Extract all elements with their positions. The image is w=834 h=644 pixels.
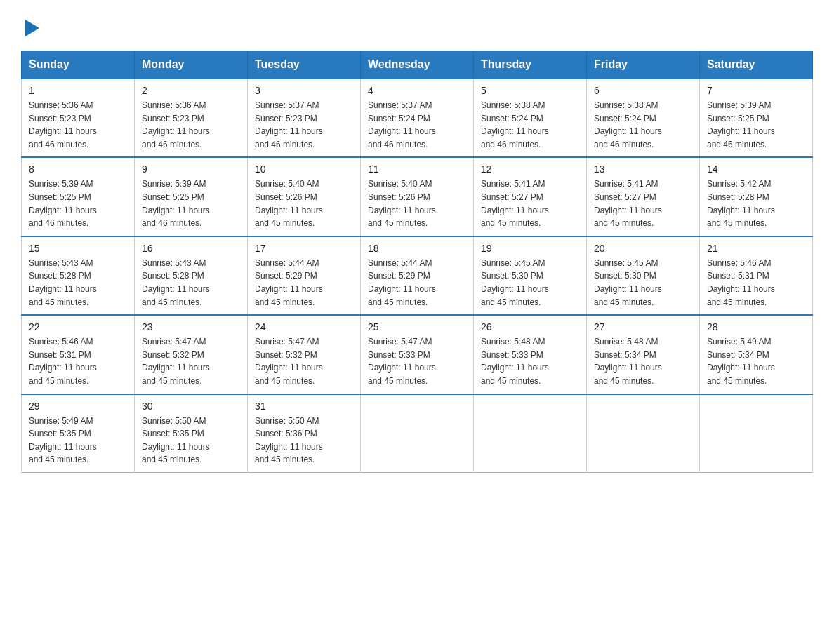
day-info: Sunrise: 5:39 AMSunset: 5:25 PMDaylight:… <box>29 179 97 228</box>
day-number: 17 <box>255 243 353 254</box>
day-info: Sunrise: 5:46 AMSunset: 5:31 PMDaylight:… <box>707 258 775 307</box>
day-cell-10: 10 Sunrise: 5:40 AMSunset: 5:26 PMDaylig… <box>248 157 361 236</box>
day-info: Sunrise: 5:45 AMSunset: 5:30 PMDaylight:… <box>594 258 662 307</box>
day-number: 1 <box>29 85 127 96</box>
day-cell-7: 7 Sunrise: 5:39 AMSunset: 5:25 PMDayligh… <box>700 79 813 157</box>
day-cell-16: 16 Sunrise: 5:43 AMSunset: 5:28 PMDaylig… <box>135 236 248 315</box>
day-info: Sunrise: 5:38 AMSunset: 5:24 PMDaylight:… <box>481 100 549 149</box>
day-info: Sunrise: 5:41 AMSunset: 5:27 PMDaylight:… <box>481 179 549 228</box>
day-number: 14 <box>707 163 805 175</box>
day-number: 3 <box>255 85 353 96</box>
day-number: 19 <box>481 243 579 254</box>
day-info: Sunrise: 5:45 AMSunset: 5:30 PMDaylight:… <box>481 258 549 307</box>
day-number: 5 <box>481 85 579 96</box>
day-info: Sunrise: 5:48 AMSunset: 5:33 PMDaylight:… <box>481 337 549 386</box>
day-cell-13: 13 Sunrise: 5:41 AMSunset: 5:27 PMDaylig… <box>587 157 700 236</box>
day-info: Sunrise: 5:39 AMSunset: 5:25 PMDaylight:… <box>707 100 775 149</box>
day-number: 16 <box>142 243 240 254</box>
day-number: 18 <box>368 243 466 254</box>
empty-cell <box>700 394 813 473</box>
day-cell-26: 26 Sunrise: 5:48 AMSunset: 5:33 PMDaylig… <box>474 315 587 394</box>
day-info: Sunrise: 5:43 AMSunset: 5:28 PMDaylight:… <box>29 258 97 307</box>
weekday-header-wednesday: Wednesday <box>361 51 474 79</box>
day-info: Sunrise: 5:47 AMSunset: 5:32 PMDaylight:… <box>142 337 210 386</box>
day-cell-6: 6 Sunrise: 5:38 AMSunset: 5:24 PMDayligh… <box>587 79 700 157</box>
day-info: Sunrise: 5:50 AMSunset: 5:35 PMDaylight:… <box>142 416 210 465</box>
day-number: 25 <box>368 321 466 333</box>
day-cell-20: 20 Sunrise: 5:45 AMSunset: 5:30 PMDaylig… <box>587 236 700 315</box>
day-number: 12 <box>481 163 579 175</box>
day-info: Sunrise: 5:42 AMSunset: 5:28 PMDaylight:… <box>707 179 775 228</box>
day-number: 10 <box>255 163 353 175</box>
day-number: 31 <box>255 401 353 412</box>
day-number: 11 <box>368 163 466 175</box>
day-info: Sunrise: 5:37 AMSunset: 5:23 PMDaylight:… <box>255 100 323 149</box>
day-info: Sunrise: 5:37 AMSunset: 5:24 PMDaylight:… <box>368 100 436 149</box>
day-number: 26 <box>481 321 579 333</box>
day-info: Sunrise: 5:36 AMSunset: 5:23 PMDaylight:… <box>142 100 210 149</box>
day-number: 9 <box>142 163 240 175</box>
day-number: 27 <box>594 321 692 333</box>
day-info: Sunrise: 5:40 AMSunset: 5:26 PMDaylight:… <box>255 179 323 228</box>
day-info: Sunrise: 5:39 AMSunset: 5:25 PMDaylight:… <box>142 179 210 228</box>
day-info: Sunrise: 5:41 AMSunset: 5:27 PMDaylight:… <box>594 179 662 228</box>
day-cell-3: 3 Sunrise: 5:37 AMSunset: 5:23 PMDayligh… <box>248 79 361 157</box>
day-number: 21 <box>707 243 805 254</box>
day-number: 7 <box>707 85 805 96</box>
day-number: 4 <box>368 85 466 96</box>
weekday-header-monday: Monday <box>135 51 248 79</box>
day-cell-28: 28 Sunrise: 5:49 AMSunset: 5:34 PMDaylig… <box>700 315 813 394</box>
day-cell-8: 8 Sunrise: 5:39 AMSunset: 5:25 PMDayligh… <box>22 157 135 236</box>
day-cell-18: 18 Sunrise: 5:44 AMSunset: 5:29 PMDaylig… <box>361 236 474 315</box>
day-cell-17: 17 Sunrise: 5:44 AMSunset: 5:29 PMDaylig… <box>248 236 361 315</box>
day-number: 23 <box>142 321 240 333</box>
day-number: 24 <box>255 321 353 333</box>
day-cell-12: 12 Sunrise: 5:41 AMSunset: 5:27 PMDaylig… <box>474 157 587 236</box>
week-row-1: 1 Sunrise: 5:36 AMSunset: 5:23 PMDayligh… <box>22 79 813 157</box>
day-info: Sunrise: 5:40 AMSunset: 5:26 PMDaylight:… <box>368 179 436 228</box>
day-info: Sunrise: 5:50 AMSunset: 5:36 PMDaylight:… <box>255 416 323 465</box>
logo-triangle-icon <box>25 20 39 36</box>
day-number: 22 <box>29 321 127 333</box>
weekday-header-thursday: Thursday <box>474 51 587 79</box>
day-cell-23: 23 Sunrise: 5:47 AMSunset: 5:32 PMDaylig… <box>135 315 248 394</box>
day-number: 8 <box>29 163 127 175</box>
day-cell-14: 14 Sunrise: 5:42 AMSunset: 5:28 PMDaylig… <box>700 157 813 236</box>
day-info: Sunrise: 5:46 AMSunset: 5:31 PMDaylight:… <box>29 337 97 386</box>
weekday-header-row: SundayMondayTuesdayWednesdayThursdayFrid… <box>22 51 813 79</box>
day-cell-11: 11 Sunrise: 5:40 AMSunset: 5:26 PMDaylig… <box>361 157 474 236</box>
logo <box>21 21 41 36</box>
empty-cell <box>361 394 474 473</box>
day-info: Sunrise: 5:38 AMSunset: 5:24 PMDaylight:… <box>594 100 662 149</box>
day-cell-19: 19 Sunrise: 5:45 AMSunset: 5:30 PMDaylig… <box>474 236 587 315</box>
day-cell-5: 5 Sunrise: 5:38 AMSunset: 5:24 PMDayligh… <box>474 79 587 157</box>
day-info: Sunrise: 5:48 AMSunset: 5:34 PMDaylight:… <box>594 337 662 386</box>
weekday-header-saturday: Saturday <box>700 51 813 79</box>
day-number: 30 <box>142 401 240 412</box>
empty-cell <box>474 394 587 473</box>
week-row-5: 29 Sunrise: 5:49 AMSunset: 5:35 PMDaylig… <box>22 394 813 473</box>
day-info: Sunrise: 5:43 AMSunset: 5:28 PMDaylight:… <box>142 258 210 307</box>
day-cell-27: 27 Sunrise: 5:48 AMSunset: 5:34 PMDaylig… <box>587 315 700 394</box>
day-info: Sunrise: 5:44 AMSunset: 5:29 PMDaylight:… <box>255 258 323 307</box>
day-info: Sunrise: 5:47 AMSunset: 5:32 PMDaylight:… <box>255 337 323 386</box>
day-cell-25: 25 Sunrise: 5:47 AMSunset: 5:33 PMDaylig… <box>361 315 474 394</box>
day-cell-2: 2 Sunrise: 5:36 AMSunset: 5:23 PMDayligh… <box>135 79 248 157</box>
day-number: 2 <box>142 85 240 96</box>
day-cell-15: 15 Sunrise: 5:43 AMSunset: 5:28 PMDaylig… <box>22 236 135 315</box>
day-cell-30: 30 Sunrise: 5:50 AMSunset: 5:35 PMDaylig… <box>135 394 248 473</box>
day-number: 29 <box>29 401 127 412</box>
page-header <box>21 21 813 36</box>
day-cell-22: 22 Sunrise: 5:46 AMSunset: 5:31 PMDaylig… <box>22 315 135 394</box>
weekday-header-sunday: Sunday <box>22 51 135 79</box>
day-info: Sunrise: 5:44 AMSunset: 5:29 PMDaylight:… <box>368 258 436 307</box>
day-cell-31: 31 Sunrise: 5:50 AMSunset: 5:36 PMDaylig… <box>248 394 361 473</box>
day-number: 13 <box>594 163 692 175</box>
day-info: Sunrise: 5:49 AMSunset: 5:35 PMDaylight:… <box>29 416 97 465</box>
day-cell-21: 21 Sunrise: 5:46 AMSunset: 5:31 PMDaylig… <box>700 236 813 315</box>
day-cell-1: 1 Sunrise: 5:36 AMSunset: 5:23 PMDayligh… <box>22 79 135 157</box>
day-info: Sunrise: 5:49 AMSunset: 5:34 PMDaylight:… <box>707 337 775 386</box>
day-number: 28 <box>707 321 805 333</box>
week-row-4: 22 Sunrise: 5:46 AMSunset: 5:31 PMDaylig… <box>22 315 813 394</box>
calendar-table: SundayMondayTuesdayWednesdayThursdayFrid… <box>21 51 813 473</box>
